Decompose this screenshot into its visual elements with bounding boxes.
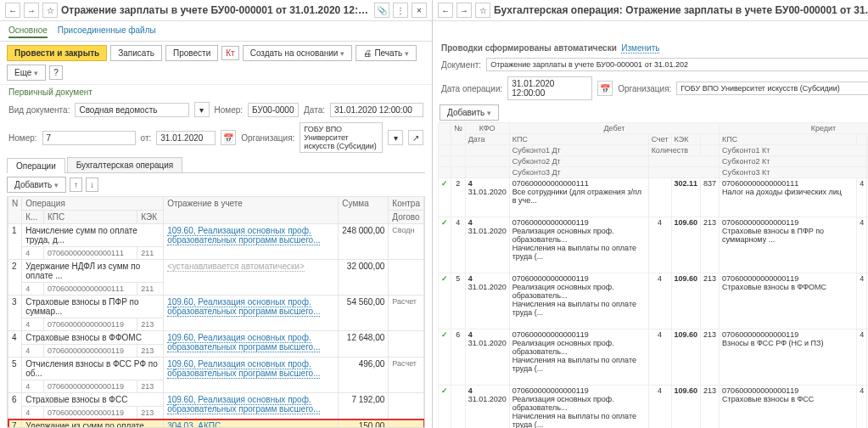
date-top-label: Дата: — [304, 105, 325, 115]
number2-input[interactable]: 7 — [42, 131, 136, 145]
number-top-label: Номер: — [215, 105, 244, 115]
table-row[interactable]: 7Удержание из сумм по оплате труда,...30… — [8, 420, 424, 429]
check-icon: ✓ — [439, 329, 451, 386]
help-button[interactable]: ? — [49, 65, 63, 80]
rcol-debit: Дебет — [509, 123, 719, 134]
rcol-sk2k: Субконто2 Кт — [720, 156, 867, 167]
tab-files[interactable]: Присоединенные файлы — [58, 24, 156, 38]
col-kek: КЭК — [137, 211, 164, 224]
refl-link[interactable]: 109.60, Реализация основных проф. образо… — [167, 297, 320, 317]
rcol-n: № — [451, 123, 466, 145]
org-open[interactable]: ↗ — [408, 130, 423, 145]
table-row[interactable]: 3Страховые взносы в ПФР по суммар...109.… — [8, 296, 424, 318]
doc-input-r[interactable]: Отражение зарплаты в учете БУ00-000001 о… — [486, 58, 868, 71]
attach-icon[interactable]: 📎 — [374, 3, 389, 18]
refl-link[interactable]: 304.03, АКПС — [167, 421, 221, 428]
nav-back-r[interactable]: ← — [438, 3, 453, 18]
refl-link[interactable]: 109.60, Реализация основных проф. образо… — [167, 395, 320, 414]
date-input-r[interactable]: 31.01.2020 12:00:00 — [507, 76, 592, 100]
col-k: К... — [22, 211, 44, 224]
change-link[interactable]: Изменить — [621, 43, 659, 54]
entry-row[interactable]: ✓6431.01.2020070600000000000119Реализаци… — [439, 329, 869, 386]
subtab-accounting[interactable]: Бухгалтерская операция — [67, 157, 183, 172]
col-n: N — [8, 197, 22, 224]
table-row[interactable]: 1Начисление сумм по оплате труда, д...10… — [8, 224, 424, 247]
doc-type-input[interactable]: Сводная ведомость — [75, 103, 188, 117]
rcol-sk1d: Субконто1 Дт — [509, 145, 648, 156]
move-up-button[interactable]: ↑ — [70, 177, 82, 192]
col-dog: Догово — [389, 211, 424, 224]
rcol-sk2d: Субконто2 Дт — [509, 156, 648, 167]
org-input-r[interactable]: ГОБУ ВПО Университет искусств (Субсидии) — [676, 82, 868, 95]
rcol-sk3k: Субконто3 Кт — [720, 167, 867, 178]
doc-type-label: Вид документа: — [8, 105, 70, 115]
primary-doc-link[interactable]: Первичный документ — [8, 87, 92, 97]
rcol-c-kps: КПС — [720, 134, 857, 145]
number-top-input[interactable]: БУ00-0000 — [248, 103, 299, 117]
check-icon: ✓ — [439, 273, 451, 329]
table-row[interactable]: 5Отчисления взносы в ФСС РФ по об...109.… — [8, 358, 424, 380]
post-close-button[interactable]: Провести и закрыть — [7, 45, 107, 61]
rcol-d-acct: Счет — [648, 134, 671, 145]
close-icon[interactable]: × — [412, 3, 427, 18]
add-entry-button[interactable]: Добавить — [440, 104, 499, 121]
subtab-operations[interactable]: Операции — [7, 158, 65, 173]
col-refl: Отражение в учете — [164, 197, 339, 224]
org-label-r: Организация: — [618, 84, 671, 93]
entry-row[interactable]: ✓431.01.2020070600000000000119Реализация… — [439, 386, 869, 429]
add-row-button[interactable]: Добавить — [7, 177, 66, 193]
entry-row[interactable]: ✓5431.01.2020070600000000000119Реализаци… — [439, 273, 869, 329]
col-sum: Сумма — [339, 197, 389, 224]
calendar-icon-r[interactable]: 📅 — [597, 81, 613, 96]
print-button[interactable]: 🖨 Печать — [356, 45, 417, 61]
col-contra: Контра — [389, 197, 424, 211]
col-op: Операция — [22, 197, 164, 211]
date-label-r: Дата операции: — [441, 84, 502, 93]
nav-back[interactable]: ← — [5, 3, 20, 18]
rcol-sk3d: Субконто3 Дт — [509, 167, 648, 178]
auto-entries-label: Проводки сформированы автоматически — [441, 43, 617, 53]
operations-grid[interactable]: N Операция Отражение в учете Сумма Контр… — [7, 196, 425, 428]
doc-label-r: Документ: — [441, 60, 481, 70]
nav-fwd[interactable]: → — [24, 3, 39, 18]
number2-label: Номер: — [8, 133, 37, 143]
calendar-icon[interactable]: 📅 — [221, 130, 236, 145]
org-dd[interactable]: ▾ — [388, 130, 403, 145]
rcol-credit: Кредит — [720, 123, 868, 134]
dt-kt-button[interactable]: Кт — [221, 46, 238, 60]
date-top-input[interactable]: 31.01.2020 12:00:00 — [330, 103, 423, 117]
rcol-date: Дата — [465, 134, 509, 145]
check-icon: ✓ — [439, 178, 451, 217]
refl-link[interactable]: 109.60, Реализация основных проф. образо… — [167, 226, 320, 245]
more-icon[interactable]: ⋮ — [393, 3, 408, 18]
post-button[interactable]: Провести — [165, 45, 218, 61]
more-button-left[interactable]: Еще — [7, 65, 46, 81]
refl-link[interactable]: 109.60, Реализация основных проф. образо… — [167, 359, 320, 379]
create-based-button[interactable]: Создать на основании — [243, 45, 353, 61]
org-label: Организация: — [241, 133, 294, 143]
doc-type-dd[interactable]: ▾ — [194, 102, 210, 117]
rcol-d-kek: КЭК — [671, 134, 701, 145]
entry-row[interactable]: ✓2431.01.2020070600000000000111Все сотру… — [439, 178, 869, 217]
save-button[interactable]: Записать — [110, 45, 162, 61]
nav-fwd-r[interactable]: → — [456, 3, 472, 18]
entry-row[interactable]: ✓4431.01.2020070600000000000119Реализаци… — [439, 217, 869, 273]
entries-grid[interactable]: № КФО Дебет Кредит Дата КПС Счет КЭК КПС… — [438, 122, 868, 428]
org-input[interactable]: ГОБУ ВПО Университет искусств (Субсидии) — [300, 122, 383, 153]
star-icon-r[interactable]: ☆ — [475, 3, 490, 18]
star-icon[interactable]: ☆ — [42, 3, 58, 18]
from-input[interactable]: 31.01.2020 — [156, 131, 216, 145]
rcol-qty: Количеств — [648, 145, 700, 156]
page-title: Отражение зарплаты в учете БУ00-000001 о… — [61, 4, 371, 16]
table-row[interactable]: 6Страховые взносы в ФСС109.60, Реализаци… — [8, 393, 424, 407]
refl-link[interactable]: 109.60, Реализация основных проф. образо… — [167, 333, 320, 352]
move-down-button[interactable]: ↓ — [86, 177, 98, 192]
check-icon: ✓ — [439, 217, 451, 273]
tab-main[interactable]: Основное — [8, 24, 48, 38]
table-row[interactable]: 2Удержание НДФЛ из сумм по оплате ...<ус… — [8, 260, 424, 283]
page-title-r: Бухгалтерская операция: Отражение зарпла… — [494, 4, 868, 16]
table-row[interactable]: 4Страховые взносы в ФФОМС109.60, Реализа… — [8, 331, 424, 345]
rcol-sk1k: Субконто1 Кт — [720, 145, 867, 156]
check-icon: ✓ — [439, 386, 451, 429]
col-kps: КПС — [43, 211, 137, 224]
